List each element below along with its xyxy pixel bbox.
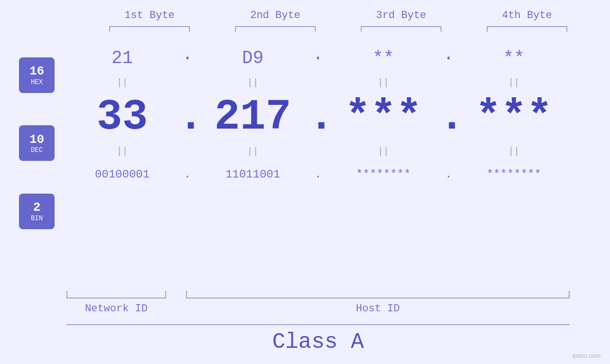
dec-val-3: *** [345, 93, 422, 141]
hex-badge-label: HEX [31, 78, 43, 86]
col-header-4: 4th Byte [464, 9, 590, 21]
network-id-label: Network ID [66, 303, 166, 315]
hex-dot-1: · [178, 48, 197, 68]
equals-row-1: || || || || [66, 75, 570, 91]
eq2-cell-1: || [66, 146, 178, 157]
hex-cell-2: D9 [197, 48, 309, 68]
hex-val-4: ** [503, 48, 525, 68]
hex-row: 21 · D9 · ** · ** [66, 41, 570, 75]
hex-dot-2: · [309, 48, 328, 68]
watermark: ipshu.com [572, 352, 601, 359]
hex-cell-3: ** [328, 48, 439, 68]
top-brackets [87, 26, 590, 32]
bracket-line-1 [109, 26, 190, 32]
bracket-3 [338, 26, 464, 32]
dec-dot-1: . [178, 96, 197, 139]
hex-badge-num: 16 [29, 65, 44, 78]
eq-cell-2: || [197, 77, 309, 88]
hex-dot-3: · [439, 48, 458, 68]
bin-val-1: 00100001 [95, 168, 150, 181]
hex-val-1: 21 [112, 48, 133, 68]
eq2-cell-2: || [197, 146, 309, 157]
col-header-2: 2nd Byte [213, 9, 338, 21]
bottom-section: Network ID Host ID [0, 291, 610, 315]
bin-row: 00100001 . 11011001 . ******** . *******… [66, 160, 570, 188]
equals-row-2: || || || || [66, 143, 570, 160]
badges-column: 16 HEX 10 DEC 2 BIN [0, 41, 66, 245]
nh-brackets [66, 291, 570, 300]
col-header-1: 1st Byte [87, 9, 213, 21]
bin-cell-4: ******** [458, 168, 570, 181]
eq-cell-1: || [66, 77, 178, 88]
dec-cell-4: *** [458, 96, 570, 139]
bin-val-3: ******** [356, 168, 411, 181]
col-header-3: 3rd Byte [338, 9, 464, 21]
bracket-1 [87, 26, 213, 32]
bracket-4 [464, 26, 590, 32]
dec-badge-num: 10 [29, 133, 44, 147]
dec-cell-3: *** [328, 96, 439, 139]
dec-val-1: 33 [96, 93, 148, 141]
column-headers: 1st Byte 2nd Byte 3rd Byte 4th Byte [87, 9, 590, 21]
bin-dot-1: . [178, 168, 197, 181]
bin-val-2: 11011001 [225, 168, 280, 181]
bin-badge-label: BIN [31, 215, 43, 222]
dec-val-2: 217 [214, 93, 291, 141]
bin-dot-3: . [439, 168, 458, 181]
hex-cell-1: 21 [66, 48, 178, 68]
hex-val-2: D9 [242, 48, 264, 68]
id-labels: Network ID Host ID [66, 303, 570, 315]
class-label: Class A [66, 330, 570, 355]
host-bracket [186, 291, 570, 299]
class-divider [66, 324, 570, 325]
dec-dot-3: . [439, 96, 458, 139]
bin-cell-3: ******** [328, 168, 439, 181]
eq-cell-3: || [328, 77, 439, 88]
main-content-area: 16 HEX 10 DEC 2 BIN 21 · D9 [0, 37, 610, 289]
network-bracket [66, 291, 166, 299]
host-id-label: Host ID [186, 303, 570, 315]
bracket-line-4 [487, 26, 567, 32]
class-section: Class A [0, 324, 610, 355]
bracket-line-3 [361, 26, 441, 32]
dec-badge: 10 DEC [19, 125, 55, 161]
hex-val-3: ** [373, 48, 394, 68]
main-container: 1st Byte 2nd Byte 3rd Byte 4th Byte 16 H… [0, 0, 610, 364]
bin-cell-1: 00100001 [66, 168, 178, 181]
bracket-2 [213, 26, 338, 32]
data-rows: 21 · D9 · ** · ** || || [66, 41, 610, 188]
eq2-cell-4: || [458, 146, 570, 157]
bin-cell-2: 11011001 [197, 168, 309, 181]
eq2-cell-3: || [328, 146, 439, 157]
bracket-line-2 [235, 26, 316, 32]
dec-row: 33 . 217 . *** . *** [66, 91, 570, 143]
dec-dot-2: . [309, 96, 328, 139]
dec-cell-1: 33 [66, 96, 178, 139]
dec-val-4: *** [475, 93, 552, 141]
hex-cell-4: ** [458, 48, 570, 68]
eq-cell-4: || [458, 77, 570, 88]
hex-badge: 16 HEX [19, 57, 55, 93]
bin-badge: 2 BIN [19, 194, 55, 229]
dec-cell-2: 217 [197, 96, 309, 139]
bin-val-4: ******** [487, 168, 541, 181]
bin-dot-2: . [309, 168, 328, 181]
bin-badge-num: 2 [33, 201, 41, 215]
dec-badge-label: DEC [31, 146, 43, 154]
